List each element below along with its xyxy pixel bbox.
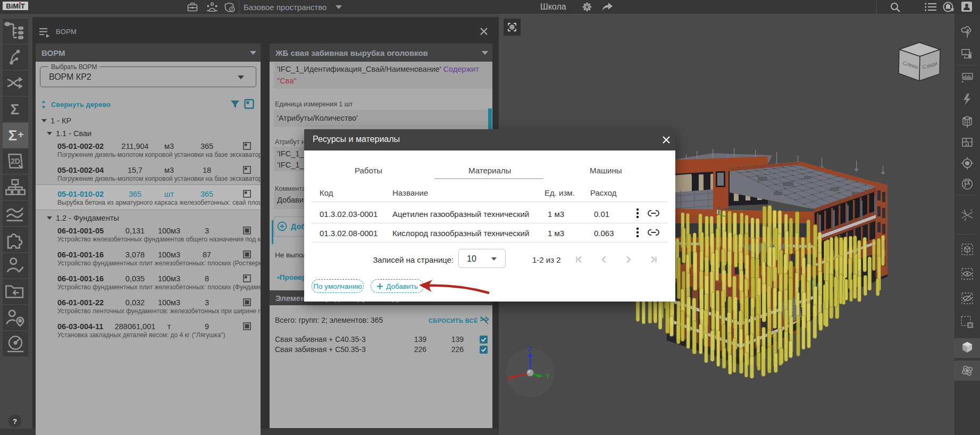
svg-text:X: X: [507, 375, 511, 382]
svg-text:Z: Z: [528, 345, 532, 353]
svg-text:Y: Y: [546, 373, 550, 380]
svg-text:1: 1: [964, 209, 966, 212]
svg-text:2: 2: [970, 208, 973, 212]
